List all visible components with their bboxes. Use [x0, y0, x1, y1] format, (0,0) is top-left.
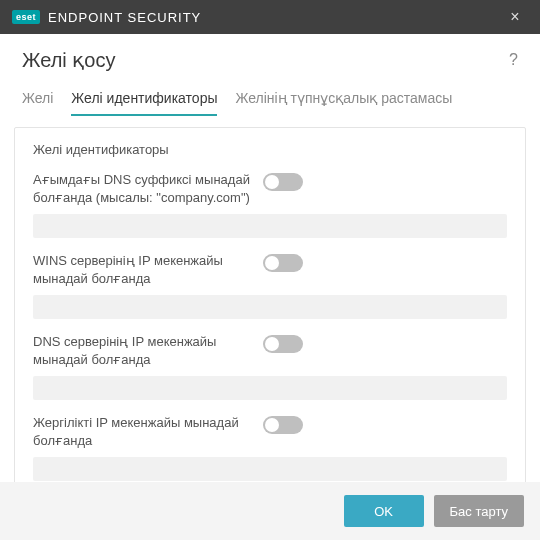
titlebar: eset ENDPOINT SECURITY × [0, 0, 540, 34]
row-label: Жергілікті IP мекенжайы мынадай болғанда [33, 414, 263, 449]
input-wins-ip[interactable] [33, 295, 507, 319]
input-local-ip[interactable] [33, 457, 507, 481]
section-title: Желі идентификаторы [33, 142, 507, 157]
row-label: WINS серверінің IP мекенжайы мынадай бол… [33, 252, 263, 287]
row-wins-ip: WINS серверінің IP мекенжайы мынадай бол… [33, 252, 507, 319]
tab-network-id[interactable]: Желі идентификаторы [71, 84, 217, 116]
brand-text: ENDPOINT SECURITY [48, 10, 201, 25]
tab-bar: Желі Желі идентификаторы Желінің түпнұсқ… [0, 80, 540, 117]
help-icon[interactable]: ? [509, 51, 518, 69]
brand-badge: eset [12, 10, 40, 24]
page-title: Желі қосу [22, 48, 509, 72]
toggle-wins-ip[interactable] [263, 254, 303, 272]
tab-network[interactable]: Желі [22, 84, 53, 116]
row-dns-ip: DNS серверінің IP мекенжайы мынадай болғ… [33, 333, 507, 400]
row-label: Ағымдағы DNS суффиксі мынадай болғанда (… [33, 171, 263, 206]
close-icon[interactable]: × [500, 8, 530, 26]
input-dns-suffix[interactable] [33, 214, 507, 238]
ok-button[interactable]: OK [344, 495, 424, 527]
row-local-ip: Жергілікті IP мекенжайы мынадай болғанда [33, 414, 507, 481]
toggle-local-ip[interactable] [263, 416, 303, 434]
tab-network-auth[interactable]: Желінің түпнұсқалық растамасы [235, 84, 452, 116]
settings-panel: Желі идентификаторы Ағымдағы DNS суффикс… [14, 127, 526, 509]
toggle-dns-ip[interactable] [263, 335, 303, 353]
row-label: DNS серверінің IP мекенжайы мынадай болғ… [33, 333, 263, 368]
row-dns-suffix: Ағымдағы DNS суффиксі мынадай болғанда (… [33, 171, 507, 238]
dialog-footer: OK Бас тарту [0, 482, 540, 540]
toggle-dns-suffix[interactable] [263, 173, 303, 191]
input-dns-ip[interactable] [33, 376, 507, 400]
dialog-header: Желі қосу ? [0, 34, 540, 80]
cancel-button[interactable]: Бас тарту [434, 495, 524, 527]
